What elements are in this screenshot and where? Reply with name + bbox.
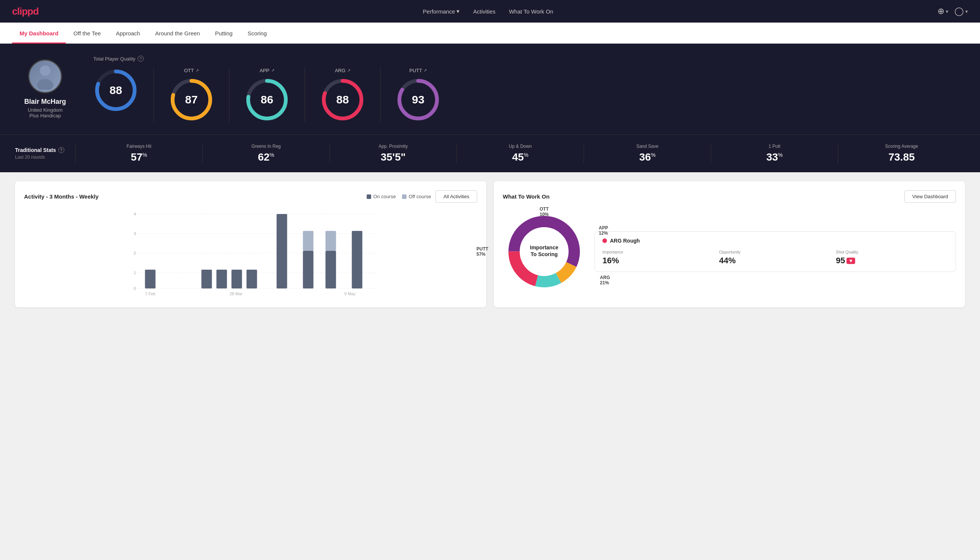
legend-on-course: On course xyxy=(367,194,396,199)
activity-chart-title: Activity - 3 Months - Weekly xyxy=(24,193,98,200)
app-logo: clippd xyxy=(12,6,39,17)
tab-off-the-tee[interactable]: Off the Tee xyxy=(66,23,108,43)
arg-detail-card: ARG Rough Importance 16% Opportunity 44% xyxy=(594,231,956,272)
svg-text:7 Feb: 7 Feb xyxy=(145,292,156,296)
ott-label: OTT ↗ xyxy=(184,68,199,73)
stat-sandsave-value: 36% xyxy=(590,151,705,163)
ott-score-value: 87 xyxy=(185,93,198,106)
arg-donut-label: ARG 21% xyxy=(600,275,610,285)
ott-arrow-icon: ↗ xyxy=(196,68,199,73)
main-score-card: 88 xyxy=(93,68,154,122)
avatar xyxy=(28,59,62,93)
stats-help-icon[interactable]: ? xyxy=(58,147,64,153)
legend-off-course: Off course xyxy=(402,194,431,199)
donut-wrapper: OTT 10% APP 12% ARG 21% PUTT 57% xyxy=(503,210,586,293)
view-dashboard-button[interactable]: View Dashboard xyxy=(904,190,956,203)
svg-rect-30 xyxy=(326,251,336,288)
user-icon[interactable]: ◯ ▾ xyxy=(954,7,968,16)
nav-activities[interactable]: Activities xyxy=(473,8,495,15)
svg-text:4: 4 xyxy=(134,212,136,216)
wtwo-panel-header: What To Work On View Dashboard xyxy=(503,190,956,203)
tab-scoring[interactable]: Scoring xyxy=(240,23,274,43)
stat-proximity-value: 35'5" xyxy=(336,151,451,163)
tab-putting[interactable]: Putting xyxy=(208,23,240,43)
putt-donut-label: PUTT 57% xyxy=(476,246,488,257)
add-icon[interactable]: ⊕ ▾ xyxy=(937,7,948,16)
svg-rect-26 xyxy=(247,270,257,288)
tab-approach[interactable]: Approach xyxy=(108,23,147,43)
app-score-value: 86 xyxy=(261,93,273,106)
activity-panel-header: Activity - 3 Months - Weekly On course O… xyxy=(24,190,477,203)
donut-area: OTT 10% APP 12% ARG 21% PUTT 57% xyxy=(503,210,956,293)
off-course-dot xyxy=(402,195,406,199)
stat-sand-save: Sand Save 36% xyxy=(584,144,711,163)
app-arrow-icon: ↗ xyxy=(271,68,275,73)
stat-1putt-value: 33% xyxy=(717,151,832,163)
importance-metric: Importance 16% xyxy=(602,250,714,265)
putt-ring: 93 xyxy=(396,77,441,122)
main-ring: 88 xyxy=(93,68,138,113)
putt-label: PUTT ↗ xyxy=(409,68,427,73)
tab-bar: My Dashboard Off the Tee Approach Around… xyxy=(0,23,980,43)
wtwo-title: What To Work On xyxy=(503,193,549,200)
svg-text:To Scoring: To Scoring xyxy=(531,251,558,257)
player-country: United Kingdom xyxy=(28,107,63,113)
stat-1-putt: 1 Putt 33% xyxy=(711,144,838,163)
nav-right-icons: ⊕ ▾ ◯ ▾ xyxy=(937,7,968,16)
ott-score-card: OTT ↗ 87 xyxy=(154,68,230,122)
putt-arrow-icon: ↗ xyxy=(423,68,427,73)
svg-rect-27 xyxy=(277,214,287,288)
bottom-section: Activity - 3 Months - Weekly On course O… xyxy=(0,172,980,316)
activity-panel: Activity - 3 Months - Weekly On course O… xyxy=(15,181,486,307)
stat-scoring-avg: Scoring Average 73.85 xyxy=(838,144,965,163)
svg-text:1: 1 xyxy=(134,270,136,275)
stat-greens-in-reg: Greens In Reg 62% xyxy=(202,144,329,163)
what-to-work-on-panel: What To Work On View Dashboard OTT 10% A… xyxy=(494,181,965,307)
chevron-down-icon: ▾ xyxy=(456,8,459,15)
help-icon[interactable]: ? xyxy=(138,56,144,62)
score-rings: 88 OTT ↗ 87 xyxy=(93,68,965,122)
shot-quality-badge: ▼ xyxy=(847,258,855,264)
stats-row: Traditional Stats ? Last 20 rounds Fairw… xyxy=(0,134,980,172)
svg-rect-24 xyxy=(216,270,227,288)
nav-links: Performance ▾ Activities What To Work On xyxy=(423,8,553,15)
nav-performance[interactable]: Performance ▾ xyxy=(423,8,459,15)
stat-fairways-value: 57% xyxy=(82,151,196,163)
arg-label: ARG ↗ xyxy=(335,68,350,73)
svg-text:Importance: Importance xyxy=(530,245,559,250)
app-donut-label: APP 12% xyxy=(599,225,608,236)
tab-around-the-green[interactable]: Around the Green xyxy=(147,23,207,43)
svg-rect-28 xyxy=(303,251,314,288)
shot-quality-metric: Shot Quality 95 ▼ xyxy=(836,250,948,265)
svg-point-0 xyxy=(40,65,50,76)
arg-metrics: Importance 16% Opportunity 44% Shot Qual… xyxy=(602,250,948,265)
svg-rect-29 xyxy=(303,231,314,251)
svg-rect-32 xyxy=(352,231,363,288)
arg-ring: 88 xyxy=(320,77,365,122)
nav-what-to-work-on[interactable]: What To Work On xyxy=(509,8,553,15)
hero-section: Blair McHarg United Kingdom Plus Handica… xyxy=(0,43,980,134)
ott-ring: 87 xyxy=(169,77,214,122)
arg-score-value: 88 xyxy=(336,93,349,106)
importance-value: 16% xyxy=(602,256,714,265)
main-score-value: 88 xyxy=(110,84,122,97)
stat-fairways-hit: Fairways Hit 57% xyxy=(75,144,202,163)
stat-app-proximity: App. Proximity 35'5" xyxy=(329,144,456,163)
opportunity-metric: Opportunity 44% xyxy=(719,250,831,265)
putt-score-value: 93 xyxy=(412,93,424,106)
top-nav: clippd Performance ▾ Activities What To … xyxy=(0,0,980,23)
opportunity-value: 44% xyxy=(719,256,831,265)
svg-rect-22 xyxy=(145,270,156,288)
svg-rect-23 xyxy=(201,270,212,288)
arg-arrow-icon: ↗ xyxy=(347,68,351,73)
tab-my-dashboard[interactable]: My Dashboard xyxy=(12,23,66,43)
svg-point-1 xyxy=(37,79,53,90)
app-label: APP ↗ xyxy=(260,68,274,73)
putt-score-card: PUTT ↗ 93 xyxy=(381,68,456,122)
svg-text:28 Mar: 28 Mar xyxy=(230,292,243,296)
svg-text:0: 0 xyxy=(134,286,136,291)
all-activities-button[interactable]: All Activities xyxy=(436,190,477,203)
svg-text:2: 2 xyxy=(134,251,136,255)
svg-rect-31 xyxy=(326,231,336,251)
chart-area: 4 3 2 1 0 xyxy=(24,210,477,298)
